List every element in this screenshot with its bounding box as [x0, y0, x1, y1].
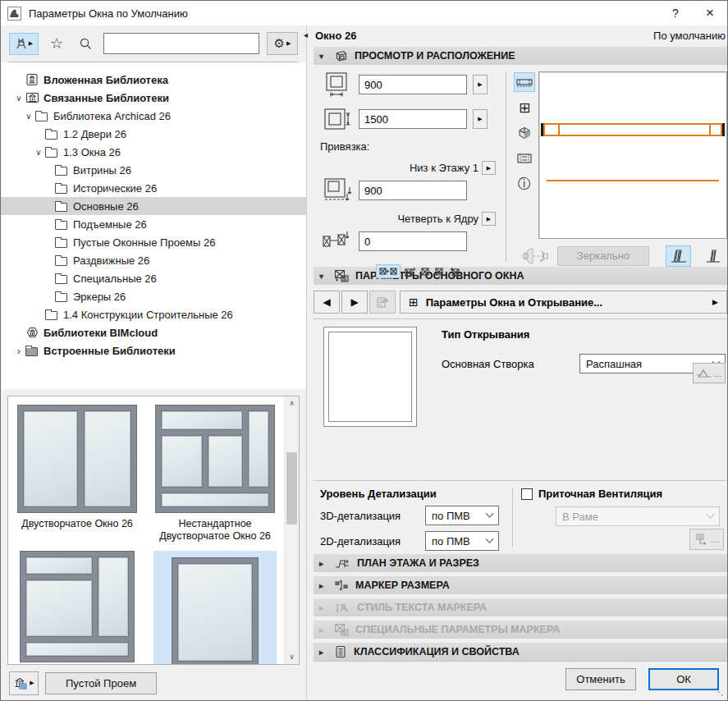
default-state-label: По умолчанию	[653, 30, 726, 42]
wall-line	[547, 180, 719, 181]
detail-3d-dropdown[interactable]: по ПМВ	[425, 506, 499, 525]
reveal-side-toggle-b[interactable]	[700, 245, 726, 267]
folder-view-button[interactable]: ▶	[9, 33, 39, 55]
thumb-window-26-selected[interactable]: Окно 26	[146, 543, 284, 665]
reveal-anchor-flyout-button[interactable]: ▶	[482, 212, 496, 226]
tree-item-historic[interactable]: Исторические 26	[1, 179, 306, 197]
tree-item-linked-libraries[interactable]: ∨ Связанные Библиотеки	[1, 89, 306, 107]
tree-item-sliding[interactable]: Раздвижные 26	[1, 251, 306, 269]
reveal-depth-input[interactable]	[359, 231, 467, 251]
favorites-button[interactable]: ☆	[46, 33, 67, 54]
section-view-button[interactable]	[514, 149, 535, 168]
help-button[interactable]: ?	[658, 1, 693, 25]
previous-page-button[interactable]: ◀	[314, 291, 340, 314]
anchor-option-center[interactable]	[376, 264, 401, 278]
settings-menu-button[interactable]: ⚙ ▶	[267, 32, 298, 55]
chevron-down-icon	[707, 510, 715, 518]
left-bottom-bar: ▶ Пустой Проем	[1, 666, 306, 700]
tree-item-windows[interactable]: ∨ 1.3 Окна 26	[1, 143, 306, 161]
preview-canvas[interactable]	[538, 71, 727, 239]
search-icon[interactable]	[75, 33, 96, 54]
detail-2d-dropdown[interactable]: по ПМВ	[425, 531, 499, 551]
tree-item-lifting[interactable]: Подъемные 26	[1, 215, 306, 233]
folder-icon	[55, 183, 73, 194]
detail-level-body: Уровень Детализации 3D-детализация по ПМ…	[314, 481, 727, 550]
title-bar: Параметры Окна по Умолчанию ? ×	[1, 1, 727, 25]
section-special-marker-params-disabled: ▸ СПЕЦИАЛЬНЫЕ ПАРАМЕТРЫ МАРКЕРА	[314, 621, 727, 639]
tree-item-special[interactable]: Специальные 26	[1, 269, 306, 287]
reveal-side-toggle-a[interactable]	[666, 245, 691, 267]
close-button[interactable]: ×	[693, 1, 727, 25]
tree-item-embedded-library[interactable]: Вложенная Библиотека	[1, 71, 306, 89]
plan-view-button[interactable]	[514, 72, 535, 92]
section-dimension-marker[interactable]: ▸ МАРКЕР РАЗМЕРА	[314, 576, 727, 594]
tree-item-builtin-libraries[interactable]: › Встроенные Библиотеки	[1, 341, 306, 360]
transfer-settings-button[interactable]	[369, 291, 396, 314]
anchor-option-left[interactable]	[420, 265, 431, 278]
section-collapsed-icon: ▸	[319, 603, 327, 612]
tree-item-vitrines[interactable]: Витрины 26	[1, 161, 306, 179]
load-library-button[interactable]: ▶	[9, 671, 39, 695]
tree-item-archicad-library[interactable]: ∨ Библиотека Archicad 26	[1, 107, 306, 125]
thumbnail-scrollbar[interactable]: ∧ ∨	[284, 396, 299, 664]
opening-angle-button[interactable]: …	[693, 363, 726, 383]
height-input[interactable]	[359, 109, 467, 129]
mirror-button[interactable]: Зеркально	[557, 246, 649, 266]
cancel-button[interactable]: Отменить	[565, 668, 636, 690]
anchor-option-right[interactable]	[434, 265, 445, 278]
elevation-view-button[interactable]: ⊞	[514, 98, 535, 117]
element-name: Окно 26	[315, 30, 356, 42]
sill-anchor-label: Низ к Этажу 1	[410, 162, 478, 174]
section-floor-plan-section[interactable]: ▸ ПЛАН ЭТАЖА И РАЗРЕЗ	[314, 554, 727, 572]
folder-icon	[45, 129, 63, 140]
info-button[interactable]: ⓘ	[514, 174, 535, 194]
object-cube-icon	[334, 49, 348, 62]
width-flyout-button[interactable]: ▶	[473, 75, 488, 94]
search-input[interactable]	[103, 33, 259, 54]
params-page-selector[interactable]: ⊞ Параметры Окна и Открывание... ▶	[400, 291, 727, 314]
chevron-down-icon[interactable]: ∨	[12, 94, 25, 103]
anchor-option-left-plus[interactable]	[404, 265, 417, 278]
section-preview-positioning[interactable]: ▾ ПРОСМОТР И РАСПОЛОЖЕНИЕ	[314, 47, 727, 65]
scrollbar-thumb[interactable]	[286, 452, 297, 525]
params-page-title: Параметры Окна и Открывание...	[426, 296, 602, 309]
scroll-up-icon[interactable]: ∧	[285, 396, 299, 410]
resize-grip[interactable]	[717, 690, 726, 699]
sill-height-input[interactable]	[359, 181, 467, 200]
anchor-option-right-plus[interactable]	[448, 265, 461, 278]
sill-height-icon	[322, 177, 353, 204]
height-flyout-button[interactable]: ▶	[473, 109, 488, 129]
tree-item-bimcloud-libraries[interactable]: Библиотеки BIMcloud	[1, 323, 306, 341]
tree-item-doors[interactable]: 1.2 Двери 26	[1, 125, 306, 143]
width-input[interactable]	[359, 75, 467, 94]
tree-item-bay[interactable]: Эркеры 26	[1, 287, 306, 305]
detail-2d-label: 2D-детализация	[320, 535, 425, 548]
chevron-down-icon[interactable]: ∨	[22, 112, 35, 121]
settings-panel: Окно 26 По умолчанию ▾ ПРОСМОТР И РАСПОЛ…	[306, 25, 728, 700]
section-marker-text-style-disabled: ▸ СТИЛЬ ТЕКСТА МАРКЕРА	[314, 598, 727, 616]
tree-item-constructions[interactable]: 1.4 Конструкции Строительные 26	[1, 305, 306, 323]
section-expanded-icon: ▾	[319, 52, 327, 61]
thumb-custom-window[interactable]: Нестандартное Окно 26	[8, 543, 146, 665]
empty-opening-button[interactable]: Пустой Проем	[45, 672, 157, 694]
archicad-logo-icon	[7, 7, 21, 21]
scroll-down-icon[interactable]: ∨	[285, 650, 299, 664]
section-classification-properties[interactable]: ▸ КЛАССИФИКАЦИЯ И СВОЙСТВА	[314, 643, 727, 661]
panel-collapse-arrow[interactable]: ◂	[304, 30, 308, 39]
tree-item-basic-windows[interactable]: Основные 26	[1, 197, 306, 215]
tree-item-empty-openings[interactable]: Пустые Оконные Проемы 26	[1, 233, 306, 251]
chevron-down-icon[interactable]: ∨	[32, 148, 45, 157]
ok-button[interactable]: ОК	[648, 668, 719, 690]
view-3d-button[interactable]	[514, 123, 535, 143]
chevron-down-icon	[486, 509, 494, 517]
vent-checkbox[interactable]	[521, 488, 533, 500]
next-page-button[interactable]: ▶	[341, 291, 368, 314]
thumb-custom-double-window[interactable]: Нестандартное Двустворчатое Окно 26	[146, 396, 284, 543]
folder-icon	[35, 111, 53, 121]
library-panel: ◂ ▶ ☆ ⚙ ▶	[1, 25, 306, 700]
chevron-right-icon[interactable]: ›	[12, 345, 25, 357]
folder-icon	[55, 237, 73, 248]
sill-anchor-flyout-button[interactable]: ▶	[482, 161, 496, 175]
thumb-double-window[interactable]: Двустворчатое Окно 26	[8, 396, 146, 543]
window-plan-symbol	[543, 123, 722, 136]
